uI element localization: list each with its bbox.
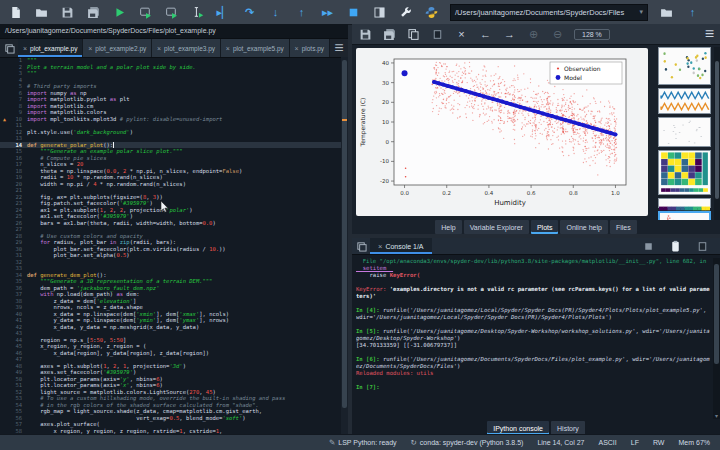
editor-tab-plot_example5.py[interactable]: ×plot_example5.py — [221, 39, 290, 57]
thumbnail-colorbar-plot[interactable] — [658, 198, 711, 208]
thumbnail-regression-plot[interactable] — [658, 211, 711, 220]
new-file-icon — [9, 6, 22, 19]
console-scrollbar[interactable]: ▾ — [713, 258, 720, 419]
next-plot-button[interactable]: → — [502, 27, 517, 42]
conda-env-status[interactable]: ↻conda: spyder-dev (Python 3.8.5) — [411, 438, 524, 447]
code-editor[interactable]: 1"""2Plot a terrain model and a polar pl… — [0, 57, 348, 435]
save-file-icon — [61, 6, 74, 19]
warning-mark — [342, 119, 347, 121]
debug-file-button[interactable]: ▸▏ — [216, 5, 231, 20]
code-lines: 1"""2Plot a terrain model and a polar pl… — [0, 57, 348, 434]
save-file-button[interactable] — [60, 5, 75, 20]
readwrite-status[interactable]: RW — [653, 439, 665, 446]
close-icon[interactable]: × — [23, 45, 27, 52]
editor-tab-plot_example.py[interactable]: ×plot_example.py — [18, 39, 83, 57]
tab-variable-explorer[interactable]: Variable Explorer — [464, 220, 529, 234]
plots-options-icon[interactable]: ≡ — [705, 25, 714, 43]
run-cell-advance-icon — [165, 6, 178, 19]
thumbnail-sparse-plot[interactable] — [658, 117, 711, 147]
thumbnail-heatmap-plot[interactable] — [658, 150, 711, 195]
scroll-down-icon[interactable]: ▾ — [713, 412, 720, 419]
plot-canvas: 0.00.20.40.60.81.0-20-10010203040Humidit… — [354, 47, 654, 219]
interrupt-kernel-icon — [642, 240, 655, 253]
tab-options-icon[interactable]: ≡ — [330, 39, 348, 57]
svg-text:Observation: Observation — [564, 65, 601, 72]
tab-files[interactable]: Files — [610, 220, 637, 234]
browse-tabs-icon[interactable] — [352, 241, 370, 252]
console-output: File "/opt/anaconda3/envs/spyder-dev/lib… — [356, 258, 712, 419]
step-return-button[interactable]: ↑ — [294, 5, 309, 20]
status-label: Line 14, Col 27 — [537, 439, 584, 446]
run-cell-advance-button[interactable] — [164, 5, 179, 20]
zoom-in-button[interactable]: ⊕ — [526, 27, 541, 42]
browse-workdir-icon — [660, 6, 673, 19]
console-line-7: In [4]: runfile('/Users/juanitagomez/Loc… — [356, 307, 712, 321]
memory-status[interactable]: Mem 67% — [678, 439, 710, 446]
console-options-button[interactable] — [695, 239, 710, 254]
remove-plot-button[interactable] — [430, 27, 445, 42]
rerun-cell-button[interactable]: ↷ — [242, 5, 257, 20]
tab-help[interactable]: Help — [435, 220, 461, 234]
editor-tab-plots.py[interactable]: ×plots.py — [290, 39, 330, 57]
open-file-button[interactable] — [34, 5, 49, 20]
close-icon[interactable]: × — [295, 45, 299, 52]
thumbnails-scrollbar[interactable] — [714, 47, 720, 220]
zoom-out-button[interactable]: ⊖ — [550, 27, 565, 42]
browse-workdir-button[interactable] — [659, 5, 674, 20]
editor-pane: /Users/juanitagomez/Documents/SpyderDocs… — [0, 24, 348, 437]
step-into-button[interactable]: ↓ — [268, 5, 283, 20]
copy-plot-button[interactable] — [406, 27, 421, 42]
cursor-position[interactable]: Line 14, Col 27 — [537, 439, 584, 446]
editor-tab-plot_example2.py[interactable]: ×plot_example2.py — [83, 39, 152, 57]
save-plot-icon — [359, 28, 372, 41]
run-file-button[interactable] — [112, 5, 127, 20]
inspect-object-button[interactable] — [668, 239, 683, 254]
close-all-plots-button[interactable]: × — [454, 27, 469, 42]
lsp-status[interactable]: ✎LSP Python: ready — [329, 438, 397, 447]
status-label: ASCII — [598, 439, 616, 446]
zoom-level-box[interactable]: 128 % — [574, 29, 610, 40]
tab-ipython-console[interactable]: IPython console — [487, 421, 549, 435]
svg-text:0.8: 0.8 — [569, 190, 578, 196]
parent-directory-icon: ↑ — [690, 7, 696, 18]
working-directory-combo[interactable]: /Users/juanitagomez/Documents/SpyderDocs… — [450, 4, 648, 21]
main-toolbar: ▸▏↷↓↑▸▸/Users/juanitagomez/Documents/Spy… — [0, 0, 720, 25]
spyder-window: ▸▏↷↓↑▸▸/Users/juanitagomez/Documents/Spy… — [0, 0, 720, 450]
close-icon[interactable]: × — [226, 45, 230, 52]
thumbnail-waves-plot[interactable] — [658, 88, 711, 114]
run-cell-button[interactable] — [138, 5, 153, 20]
tab-console-1a[interactable]: × Console 1/A — [370, 238, 432, 254]
debug-file-icon: ▸▏ — [217, 7, 231, 18]
encoding-status[interactable]: ASCII — [598, 439, 616, 446]
console-line-3: raise KeyError( — [356, 272, 712, 279]
plots-toolbar: ×←→⊕⊖128 %≡ — [352, 24, 720, 45]
next-plot-icon: → — [504, 29, 515, 40]
interrupt-kernel-button[interactable] — [641, 239, 656, 254]
console-line-14 — [356, 377, 712, 384]
editor-scrollbar[interactable] — [341, 57, 348, 435]
tab-history[interactable]: History — [551, 421, 585, 435]
continue-execution-button[interactable]: ▸▸ — [320, 5, 335, 20]
save-all-plots-button[interactable] — [382, 27, 397, 42]
close-icon[interactable]: × — [378, 242, 382, 251]
close-icon[interactable]: × — [88, 45, 92, 52]
run-selection-button[interactable] — [190, 5, 205, 20]
tab-online-help[interactable]: Online help — [560, 220, 607, 234]
browse-tabs-icon[interactable] — [0, 39, 18, 57]
save-all-button[interactable] — [86, 5, 101, 20]
previous-plot-button[interactable]: ← — [478, 27, 493, 42]
preferences-button[interactable] — [398, 5, 413, 20]
eol-status[interactable]: LF — [631, 439, 639, 446]
console-line-8 — [356, 321, 712, 328]
python-env-button[interactable] — [424, 5, 439, 20]
thumbnail-cluster-scatter[interactable] — [658, 47, 711, 85]
close-icon[interactable]: × — [157, 45, 161, 52]
stop-debug-button[interactable] — [346, 5, 361, 20]
new-file-button[interactable] — [8, 5, 23, 20]
tab-label: plot_example2.py — [95, 45, 146, 52]
editor-tab-plot_example3.py[interactable]: ×plot_example3.py — [152, 39, 221, 57]
parent-directory-button[interactable]: ↑ — [685, 5, 700, 20]
save-plot-button[interactable] — [358, 27, 373, 42]
maximize-pane-button[interactable] — [372, 5, 387, 20]
tab-plots[interactable]: Plots — [531, 220, 559, 234]
